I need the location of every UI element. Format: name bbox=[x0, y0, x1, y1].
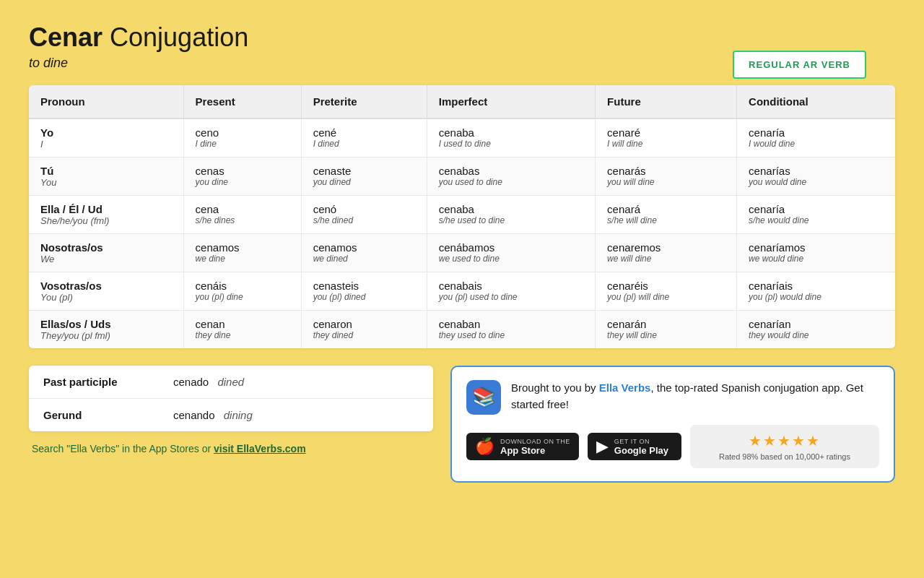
cell-conditional: cenarías/he would dine bbox=[737, 196, 895, 234]
google-play-button[interactable]: ▶ GET IT ON Google Play bbox=[588, 433, 681, 460]
apple-icon: 🍎 bbox=[475, 437, 494, 456]
col-preterite: Preterite bbox=[301, 85, 427, 118]
cell-conditional: cenaríaI would dine bbox=[737, 118, 895, 158]
cell-preterite: cenamoswe dined bbox=[301, 234, 427, 272]
search-text: Search "Ella Verbs" in the App Stores or… bbox=[29, 443, 433, 454]
cell-conditional: cenaríanthey would dine bbox=[737, 311, 895, 349]
col-future: Future bbox=[596, 85, 737, 118]
app-store-line1: Download on the bbox=[500, 438, 570, 445]
rating-text: Rated 98% based on 10,000+ ratings bbox=[700, 452, 869, 461]
table-row: TúYoucenasyou dinecenasteyou dinedcenaba… bbox=[29, 158, 895, 196]
past-participle-value: cenado dined bbox=[159, 366, 433, 399]
cell-future: cenaremoswe will dine bbox=[596, 234, 737, 272]
promo-top: 📚 Brought to you by Ella Verbs, the top-… bbox=[466, 380, 879, 415]
rating-box: ★★★★★ Rated 98% based on 10,000+ ratings bbox=[690, 425, 879, 468]
cell-future: cenaréI will dine bbox=[596, 118, 737, 158]
cell-pronoun: Nosotras/osWe bbox=[29, 234, 183, 272]
cell-future: cenarásyou will dine bbox=[596, 158, 737, 196]
cell-conditional: cenaríaisyou (pl) would dine bbox=[737, 272, 895, 311]
cell-preterite: cenéI dined bbox=[301, 118, 427, 158]
google-play-icon: ▶ bbox=[596, 437, 609, 456]
promo-buttons: 🍎 Download on the App Store ▶ GET IT ON … bbox=[466, 425, 879, 468]
google-play-line2: Google Play bbox=[614, 445, 668, 456]
gerund-value: cenando dining bbox=[159, 399, 433, 432]
verb-type-badge: REGULAR AR VERB bbox=[733, 51, 866, 79]
cell-future: cenaréisyou (pl) will dine bbox=[596, 272, 737, 311]
cell-present: cenoI dine bbox=[183, 118, 301, 158]
col-present: Present bbox=[183, 85, 301, 118]
participle-table: Past participle cenado dined Gerund cena… bbox=[29, 366, 433, 431]
cell-imperfect: cenabas/he used to dine bbox=[427, 196, 595, 234]
table-row: YoIcenoI dinecenéI dinedcenabaI used to … bbox=[29, 118, 895, 158]
gerund-label: Gerund bbox=[29, 399, 159, 432]
col-imperfect: Imperfect bbox=[427, 85, 595, 118]
col-pronoun: Pronoun bbox=[29, 85, 183, 118]
cell-imperfect: cenabanthey used to dine bbox=[427, 311, 595, 349]
participle-section: Past participle cenado dined Gerund cena… bbox=[29, 366, 433, 454]
cell-pronoun: YoI bbox=[29, 118, 183, 158]
cell-preterite: cenasteyou dined bbox=[301, 158, 427, 196]
cell-pronoun: TúYou bbox=[29, 158, 183, 196]
cell-imperfect: cenabasyou used to dine bbox=[427, 158, 595, 196]
cell-pronoun: Ella / Él / UdShe/he/you (fml) bbox=[29, 196, 183, 234]
star-rating: ★★★★★ bbox=[700, 432, 869, 449]
col-conditional: Conditional bbox=[737, 85, 895, 118]
table-row: Ellas/os / UdsThey/you (pl fml)cenanthey… bbox=[29, 311, 895, 349]
past-participle-label: Past participle bbox=[29, 366, 159, 399]
ella-verbs-promo-link[interactable]: Ella Verbs bbox=[599, 381, 651, 394]
cell-imperfect: cenabaisyou (pl) used to dine bbox=[427, 272, 595, 311]
cell-present: cenáisyou (pl) dine bbox=[183, 272, 301, 311]
cell-future: cenarás/he will dine bbox=[596, 196, 737, 234]
cell-pronoun: Ellas/os / UdsThey/you (pl fml) bbox=[29, 311, 183, 349]
gerund-row: Gerund cenando dining bbox=[29, 399, 433, 432]
cell-conditional: cenaríamoswe would dine bbox=[737, 234, 895, 272]
cell-conditional: cenaríasyou would dine bbox=[737, 158, 895, 196]
cell-imperfect: cenabaI used to dine bbox=[427, 118, 595, 158]
ella-verbs-icon: 📚 bbox=[466, 380, 501, 415]
cell-present: cenanthey dine bbox=[183, 311, 301, 349]
cell-future: cenaránthey will dine bbox=[596, 311, 737, 349]
cell-preterite: cenós/he dined bbox=[301, 196, 427, 234]
conjugation-table: Pronoun Present Preterite Imperfect Futu… bbox=[29, 85, 895, 348]
table-row: Nosotras/osWecenamoswe dinecenamoswe din… bbox=[29, 234, 895, 272]
promo-box: 📚 Brought to you by Ella Verbs, the top-… bbox=[450, 366, 895, 483]
table-row: Vosotras/osYou (pl)cenáisyou (pl) dinece… bbox=[29, 272, 895, 311]
cell-preterite: cenasteisyou (pl) dined bbox=[301, 272, 427, 311]
page-title: Cenar Conjugation bbox=[29, 22, 895, 53]
cell-imperfect: cenábamoswe used to dine bbox=[427, 234, 595, 272]
ella-verbs-link[interactable]: visit EllaVerbs.com bbox=[214, 443, 306, 454]
promo-description: Brought to you by Ella Verbs, the top-ra… bbox=[511, 380, 879, 413]
table-header-row: Pronoun Present Preterite Imperfect Futu… bbox=[29, 85, 895, 118]
google-play-line1: GET IT ON bbox=[614, 438, 668, 445]
app-store-button[interactable]: 🍎 Download on the App Store bbox=[466, 433, 579, 460]
cell-preterite: cenaronthey dined bbox=[301, 311, 427, 349]
table-row: Ella / Él / UdShe/he/you (fml)cenas/he d… bbox=[29, 196, 895, 234]
cell-present: cenas/he dines bbox=[183, 196, 301, 234]
bottom-section: Past participle cenado dined Gerund cena… bbox=[29, 366, 895, 483]
app-store-line2: App Store bbox=[500, 445, 570, 456]
past-participle-row: Past participle cenado dined bbox=[29, 366, 433, 399]
cell-present: cenasyou dine bbox=[183, 158, 301, 196]
svg-text:📚: 📚 bbox=[472, 385, 496, 408]
cell-present: cenamoswe dine bbox=[183, 234, 301, 272]
cell-pronoun: Vosotras/osYou (pl) bbox=[29, 272, 183, 311]
